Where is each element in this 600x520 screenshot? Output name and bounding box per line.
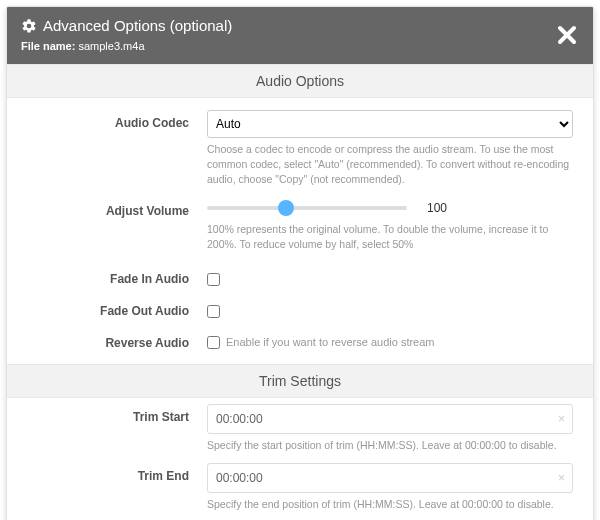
reverse-row: Reverse Audio Enable if you want to reve… (7, 324, 593, 354)
fade-in-row: Fade In Audio (7, 260, 593, 292)
file-name-row: File name: sample3.m4a (21, 40, 579, 52)
title-row: Advanced Options (optional) (21, 17, 579, 34)
fade-out-label: Fade Out Audio (7, 298, 207, 320)
fade-in-label: Fade In Audio (7, 266, 207, 288)
dialog-title: Advanced Options (optional) (43, 17, 232, 34)
slider-track (207, 206, 407, 210)
trim-end-clear[interactable]: × (558, 471, 565, 485)
reverse-label: Reverse Audio (7, 330, 207, 350)
trim-end-row: Trim End × Specify the end position of t… (7, 457, 593, 516)
audio-options-area: Audio Codec Auto Choose a codec to encod… (7, 98, 593, 364)
fade-out-checkbox[interactable] (207, 305, 220, 318)
close-icon (557, 25, 577, 45)
file-name-label: File name: (21, 40, 75, 52)
trim-start-row: Trim Start × Specify the start position … (7, 398, 593, 457)
fade-out-row: Fade Out Audio (7, 292, 593, 324)
volume-slider[interactable] (207, 198, 407, 218)
trim-settings-area: Trim Start × Specify the start position … (7, 398, 593, 520)
trim-end-label: Trim End (7, 463, 207, 512)
dialog-header: Advanced Options (optional) File name: s… (7, 7, 593, 64)
file-name-value: sample3.m4a (78, 40, 144, 52)
advanced-options-dialog: Advanced Options (optional) File name: s… (6, 6, 594, 520)
trim-start-label: Trim Start (7, 404, 207, 453)
trim-start-help: Specify the start position of trim (HH:M… (207, 438, 573, 453)
audio-section-heading: Audio Options (7, 64, 593, 98)
volume-value: 100 (427, 201, 447, 215)
reverse-checkbox[interactable] (207, 336, 220, 349)
audio-codec-select[interactable]: Auto (207, 110, 573, 138)
audio-codec-row: Audio Codec Auto Choose a codec to encod… (7, 104, 593, 192)
volume-help: 100% represents the original volume. To … (207, 222, 573, 252)
trim-end-input[interactable] (207, 463, 573, 493)
volume-row: Adjust Volume 100 100% represents the or… (7, 192, 593, 256)
audio-codec-help: Choose a codec to encode or compress the… (207, 142, 573, 188)
fade-in-checkbox[interactable] (207, 273, 220, 286)
trim-start-clear[interactable]: × (558, 412, 565, 426)
trim-start-input[interactable] (207, 404, 573, 434)
trim-section-heading: Trim Settings (7, 364, 593, 398)
close-button[interactable] (557, 25, 577, 49)
reverse-hint: Enable if you want to reverse audio stre… (226, 336, 435, 348)
trim-end-help: Specify the end position of trim (HH:MM:… (207, 497, 573, 512)
slider-thumb[interactable] (278, 200, 294, 216)
gear-icon (21, 18, 37, 34)
audio-codec-label: Audio Codec (7, 110, 207, 188)
volume-label: Adjust Volume (7, 198, 207, 252)
